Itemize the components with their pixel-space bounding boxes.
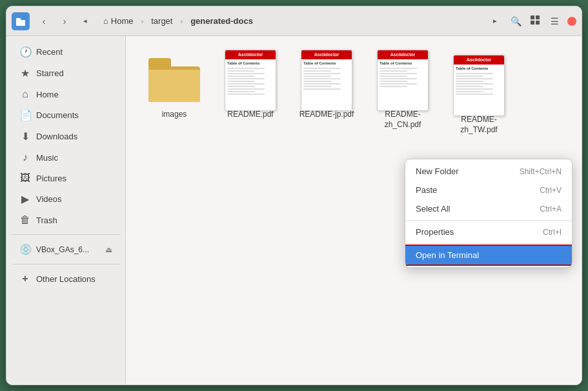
trash-icon: 🗑 bbox=[19, 214, 31, 226]
home-icon: ⌂ bbox=[19, 88, 31, 100]
pdf-body-jp: Table of Contents bbox=[301, 59, 352, 110]
sidebar-item-label: Videos bbox=[36, 194, 62, 204]
sidebar-item-music[interactable]: ♪ Music bbox=[9, 147, 123, 168]
other-locations-icon: + bbox=[19, 273, 31, 285]
sidebar-item-label: Documents bbox=[36, 110, 79, 120]
view-toggle-button[interactable] bbox=[526, 12, 544, 30]
context-menu-divider bbox=[405, 220, 572, 221]
documents-icon: 📄 bbox=[19, 109, 31, 121]
breadcrumb-current[interactable]: generated-docs bbox=[184, 14, 259, 28]
file-label-readme-jp: README-jp.pdf bbox=[299, 110, 354, 120]
sidebar-item-label: Starred bbox=[36, 68, 64, 78]
menu-button[interactable]: ☰ bbox=[545, 12, 563, 30]
file-manager-window: ‹ › ◂ ⌂ Home › target › generated-docs ▸… bbox=[6, 6, 582, 385]
svg-rect-4 bbox=[531, 21, 534, 25]
pdf-body-zh-tw: Table of Contents bbox=[454, 65, 504, 115]
breadcrumb-home[interactable]: ⌂ Home bbox=[97, 14, 140, 28]
sidebar-item-videos[interactable]: ▶ Videos bbox=[9, 188, 123, 210]
search-button[interactable]: 🔍 bbox=[507, 12, 525, 30]
file-item-readme-zh-tw[interactable]: Asciidoctor Table of Contents bbox=[443, 54, 514, 140]
view-icon bbox=[531, 15, 540, 26]
pictures-icon: 🖼 bbox=[19, 172, 31, 184]
context-menu-item-new-folder[interactable]: New Folder Shift+Ctrl+N bbox=[405, 162, 572, 181]
pdf-icon-readme-jp: Asciidoctor Table of Contents bbox=[301, 54, 352, 106]
vbox-icon: 💿 bbox=[19, 243, 31, 256]
file-label-images: images bbox=[162, 110, 187, 120]
breadcrumb-separator-2: › bbox=[180, 17, 183, 25]
file-item-readme-pdf[interactable]: Asciidoctor Table of Contents bbox=[215, 49, 286, 140]
sidebar-item-label: Home bbox=[36, 90, 59, 99]
app-icon bbox=[12, 12, 30, 30]
file-label-readme-zh-cn: README-zh_CN.pdf bbox=[372, 110, 433, 130]
pdf-body: Table of Contents bbox=[225, 59, 276, 110]
forward-button[interactable]: › bbox=[56, 12, 74, 30]
next-location-button[interactable]: ▸ bbox=[486, 12, 504, 30]
sidebar-item-label: Downloads bbox=[36, 132, 77, 141]
file-item-images[interactable]: images bbox=[139, 49, 210, 140]
context-menu-item-paste[interactable]: Paste Ctrl+V bbox=[405, 181, 572, 199]
sidebar-item-label: Other Locations bbox=[36, 274, 96, 284]
sidebar-item-documents[interactable]: 📄 Documents bbox=[9, 105, 123, 126]
sidebar-item-recent[interactable]: 🕐 Recent bbox=[9, 41, 123, 63]
recent-icon: 🕐 bbox=[19, 46, 31, 58]
pdf-header-jp: Asciidoctor bbox=[301, 50, 352, 59]
breadcrumb-separator-1: › bbox=[141, 17, 144, 25]
sidebar-item-label: Music bbox=[36, 153, 58, 163]
toolbar: ‹ › ◂ ⌂ Home › target › generated-docs ▸… bbox=[6, 6, 582, 36]
prev-location-button[interactable]: ◂ bbox=[76, 12, 94, 30]
breadcrumb-target[interactable]: target bbox=[145, 14, 179, 28]
sidebar-item-label: Pictures bbox=[36, 174, 66, 183]
sidebar: 🕐 Recent ★ Starred ⌂ Home 📄 Documents ⬇ … bbox=[6, 36, 126, 385]
svg-rect-0 bbox=[16, 20, 25, 26]
file-grid: images Asciidoctor Table of Contents bbox=[139, 49, 569, 140]
file-label-readme-zh-tw: README-zh_TW.pdf bbox=[449, 115, 509, 135]
pdf-header: Asciidoctor bbox=[225, 50, 276, 59]
context-menu-divider-2 bbox=[405, 243, 572, 244]
search-icon: 🔍 bbox=[511, 16, 522, 26]
close-button[interactable]: ✕ bbox=[567, 17, 576, 26]
sidebar-item-label: Trash bbox=[36, 216, 57, 225]
file-item-readme-zh-cn[interactable]: Asciidoctor Table of Contents bbox=[367, 49, 438, 140]
file-item-readme-jp[interactable]: Asciidoctor Table of Contents bbox=[291, 49, 362, 140]
context-menu-item-open-terminal[interactable]: Open in Terminal bbox=[405, 246, 572, 265]
eject-icon[interactable]: ⏏ bbox=[105, 245, 112, 254]
svg-rect-3 bbox=[536, 15, 540, 19]
pdf-icon-readme: Asciidoctor Table of Contents bbox=[225, 54, 276, 106]
pdf-header-zh-tw: Asciidoctor bbox=[454, 55, 504, 65]
pdf-header-zh-cn: Asciidoctor bbox=[378, 50, 428, 59]
videos-icon: ▶ bbox=[19, 193, 31, 205]
pdf-body-zh-cn: Table of Contents bbox=[378, 59, 428, 110]
sidebar-item-label: Recent bbox=[36, 47, 63, 57]
sidebar-item-other-locations[interactable]: + Other Locations bbox=[9, 268, 123, 289]
pdf-icon-readme-zh-tw: Asciidoctor Table of Contents bbox=[453, 59, 505, 111]
main-layout: 🕐 Recent ★ Starred ⌂ Home 📄 Documents ⬇ … bbox=[6, 36, 582, 385]
toolbar-right: 🔍 ☰ ✕ bbox=[507, 12, 576, 30]
hamburger-icon: ☰ bbox=[551, 16, 559, 26]
sidebar-item-downloads[interactable]: ⬇ Downloads bbox=[9, 126, 123, 147]
svg-rect-5 bbox=[536, 21, 540, 25]
sidebar-item-vbox[interactable]: 💿 VBox_GAs_6... ⏏ bbox=[9, 239, 123, 260]
sidebar-item-pictures[interactable]: 🖼 Pictures bbox=[9, 168, 123, 188]
sidebar-item-starred[interactable]: ★ Starred bbox=[9, 63, 123, 84]
breadcrumb: ⌂ Home › target › generated-docs bbox=[97, 14, 483, 28]
music-icon: ♪ bbox=[19, 152, 31, 163]
svg-rect-1 bbox=[16, 18, 21, 21]
star-icon: ★ bbox=[19, 67, 31, 79]
back-button[interactable]: ‹ bbox=[35, 12, 53, 30]
context-menu-item-select-all[interactable]: Select All Ctrl+A bbox=[405, 199, 572, 218]
file-label-readme-pdf: README.pdf bbox=[227, 110, 273, 120]
folder-icon-images bbox=[148, 54, 200, 106]
content-area: images Asciidoctor Table of Contents bbox=[126, 36, 582, 385]
context-menu-item-properties[interactable]: Properties Ctrl+I bbox=[405, 223, 572, 241]
sidebar-item-home[interactable]: ⌂ Home bbox=[9, 84, 123, 105]
sidebar-item-trash[interactable]: 🗑 Trash bbox=[9, 210, 123, 230]
sidebar-item-label: VBox_GAs_6... bbox=[36, 245, 89, 254]
pdf-icon-readme-zh-cn: Asciidoctor Table of Contents bbox=[377, 54, 429, 106]
svg-rect-2 bbox=[531, 15, 534, 19]
context-menu: New Folder Shift+Ctrl+N Paste Ctrl+V Sel… bbox=[405, 159, 573, 268]
downloads-icon: ⬇ bbox=[19, 130, 31, 143]
home-icon: ⌂ bbox=[103, 16, 108, 26]
